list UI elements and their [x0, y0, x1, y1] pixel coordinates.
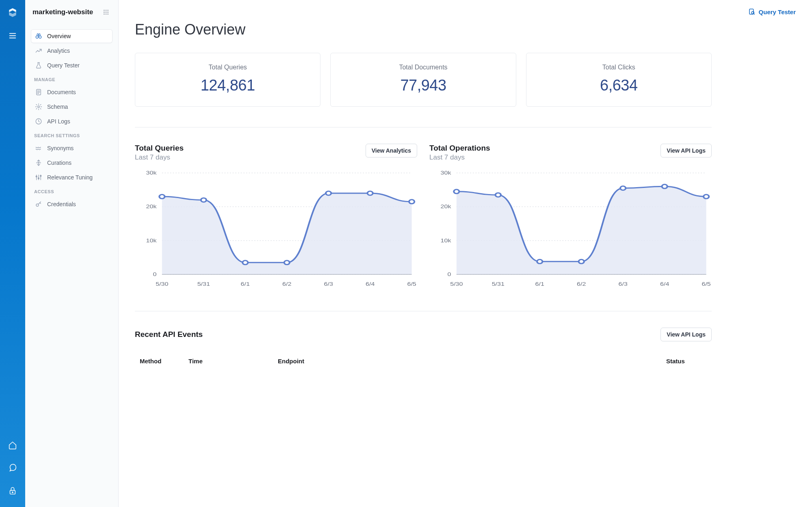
query-tester-link[interactable]: Query Tester — [748, 8, 796, 15]
svg-point-12 — [106, 14, 106, 15]
svg-text:30k: 30k — [146, 170, 157, 176]
svg-point-15 — [39, 36, 41, 38]
menu-icon[interactable] — [7, 30, 18, 41]
sidebar-item-documents[interactable]: Documents — [31, 85, 113, 99]
query-tester-label: Query Tester — [759, 9, 796, 15]
svg-text:6/3: 6/3 — [324, 281, 333, 287]
svg-point-6 — [106, 10, 106, 11]
svg-point-65 — [579, 259, 584, 263]
left-rail — [0, 0, 25, 507]
sidebar-item-analytics[interactable]: Analytics — [31, 44, 113, 58]
app-switcher-icon[interactable] — [101, 7, 111, 17]
binoculars-icon — [35, 32, 42, 40]
svg-point-20 — [38, 106, 40, 108]
flask-icon — [35, 62, 42, 69]
svg-point-66 — [620, 186, 626, 190]
svg-point-67 — [662, 184, 667, 188]
svg-text:6/2: 6/2 — [282, 281, 291, 287]
sidebar-item-api-logs[interactable]: API Logs — [31, 114, 113, 128]
svg-text:5/31: 5/31 — [492, 281, 505, 287]
svg-point-64 — [537, 259, 542, 263]
clock-icon — [35, 118, 42, 125]
product-logo-icon[interactable] — [6, 6, 19, 19]
metric-card: Total Clicks 6,634 — [526, 53, 712, 107]
metric-value: 6,634 — [535, 77, 703, 94]
svg-text:30k: 30k — [441, 170, 452, 176]
svg-text:6/5: 6/5 — [702, 281, 710, 287]
svg-point-9 — [106, 12, 106, 13]
sidebar-item-label: API Logs — [47, 118, 70, 125]
sidebar-item-label: Overview — [47, 33, 71, 39]
svg-point-63 — [496, 193, 501, 197]
svg-text:6/4: 6/4 — [660, 281, 669, 287]
svg-point-11 — [104, 14, 104, 15]
metric-label: Total Clicks — [535, 64, 703, 71]
metric-value: 77,943 — [339, 77, 507, 94]
chart-canvas: 010k20k30k 5/305/316/16/26/36/46/5 — [135, 169, 417, 291]
svg-text:10k: 10k — [146, 238, 157, 244]
chart-action-button[interactable]: View Analytics — [366, 144, 417, 157]
sidebar-section-label: SEARCH SETTINGS — [31, 129, 113, 141]
svg-text:5/30: 5/30 — [156, 281, 168, 287]
sidebar: marketing-website OverviewAnalyticsQuery… — [25, 0, 119, 507]
chart-title: Total Queries — [135, 144, 184, 153]
sidebar-item-label: Analytics — [47, 47, 70, 54]
chart-subtitle: Last 7 days — [429, 153, 490, 162]
sidebar-item-label: Schema — [47, 104, 68, 110]
engine-name: marketing-website — [32, 8, 93, 16]
sidebar-item-label: Query Tester — [47, 62, 80, 69]
svg-point-40 — [201, 198, 206, 202]
svg-text:0: 0 — [153, 272, 157, 277]
svg-point-29 — [40, 175, 41, 177]
svg-point-27 — [36, 176, 37, 177]
page-title: Engine Overview — [135, 21, 712, 38]
svg-point-8 — [104, 12, 104, 13]
col-status: Status — [666, 358, 707, 365]
svg-text:10k: 10k — [441, 238, 452, 244]
svg-text:6/4: 6/4 — [366, 281, 375, 287]
chart-action-button[interactable]: View API Logs — [660, 144, 712, 157]
sidebar-item-overview[interactable]: Overview — [31, 29, 113, 43]
svg-line-33 — [754, 14, 754, 15]
svg-point-5 — [104, 10, 104, 11]
chat-icon[interactable] — [7, 462, 18, 474]
col-endpoint: Endpoint — [278, 358, 666, 365]
svg-point-42 — [284, 261, 290, 265]
chart-title: Total Operations — [429, 144, 490, 153]
sliders-icon — [35, 174, 42, 181]
lock-icon[interactable] — [7, 485, 18, 496]
events-table-header: Method Time Endpoint Status — [135, 354, 712, 369]
sidebar-item-schema[interactable]: Schema — [31, 100, 113, 114]
sidebar-item-curations[interactable]: Curations — [31, 156, 113, 170]
svg-text:6/3: 6/3 — [619, 281, 628, 287]
key-icon — [35, 201, 42, 208]
sidebar-item-credentials[interactable]: Credentials — [31, 197, 113, 211]
svg-text:5/31: 5/31 — [197, 281, 210, 287]
metric-label: Total Documents — [339, 64, 507, 71]
svg-text:20k: 20k — [146, 204, 157, 209]
gear-icon — [35, 103, 42, 110]
chart-block: Total Operations Last 7 days View API Lo… — [429, 144, 712, 291]
arrows-icon — [35, 159, 42, 166]
svg-text:20k: 20k — [441, 204, 452, 209]
svg-text:5/30: 5/30 — [450, 281, 463, 287]
svg-point-44 — [367, 191, 372, 195]
sidebar-item-label: Credentials — [47, 201, 76, 207]
sidebar-item-relevance[interactable]: Relevance Tuning — [31, 170, 113, 184]
svg-point-68 — [704, 194, 709, 198]
metric-card: Total Documents 77,943 — [330, 53, 516, 107]
svg-point-62 — [454, 190, 459, 194]
chart-block: Total Queries Last 7 days View Analytics… — [135, 144, 417, 291]
events-title: Recent API Events — [135, 330, 203, 339]
sidebar-item-label: Synonyms — [47, 145, 74, 151]
sidebar-item-query-tester[interactable]: Query Tester — [31, 58, 113, 72]
home-icon[interactable] — [7, 440, 18, 451]
view-api-logs-button[interactable]: View API Logs — [660, 328, 712, 341]
metric-value: 124,861 — [143, 77, 312, 94]
sidebar-section-label: MANAGE — [31, 73, 113, 85]
svg-point-28 — [38, 178, 39, 179]
divider — [135, 127, 712, 127]
search-doc-icon — [748, 8, 756, 15]
doc-icon — [35, 88, 42, 96]
sidebar-item-synonyms[interactable]: Synonyms — [31, 141, 113, 155]
